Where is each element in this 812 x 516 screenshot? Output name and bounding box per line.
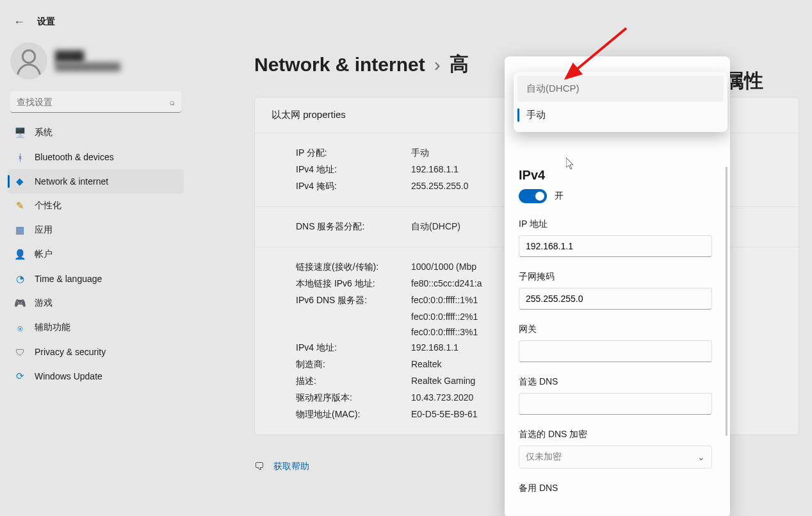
sidebar-item-label: Network & internet (35, 176, 108, 187)
subnet-input[interactable] (519, 288, 712, 310)
nav-icon: 🛡 (14, 346, 26, 358)
sidebar-item-8[interactable]: ⍟辅助功能 (8, 315, 184, 340)
dns-label: 首选 DNS (519, 376, 719, 388)
property-label: 物理地址(MAC): (296, 409, 411, 420)
property-label: 描述: (296, 376, 411, 387)
property-label (296, 327, 411, 337)
sidebar-item-label: 帐户 (35, 249, 53, 260)
property-value: 10.43.723.2020 (411, 392, 473, 404)
sidebar: ████ ████████████ ⌕ 🖥️系统ᚼBluetooth & dev… (8, 38, 203, 483)
chevron-down-icon: ⌄ (697, 452, 705, 462)
property-label: IP 分配: (296, 147, 411, 159)
profile-email: ████████████ (55, 62, 120, 71)
gateway-label: 网关 (519, 324, 719, 335)
toggle-label: 开 (555, 190, 564, 202)
sidebar-item-7[interactable]: 🎮游戏 (8, 291, 184, 315)
ipv4-heading: IPv4 (519, 168, 719, 183)
property-label: IPv6 DNS 服务器: (296, 295, 411, 306)
back-arrow-icon: ← (13, 15, 25, 29)
sidebar-item-label: 游戏 (35, 297, 53, 309)
sidebar-item-3[interactable]: ✎个性化 (8, 194, 184, 218)
property-value: Realtek (411, 359, 441, 370)
property-label: IPv4 地址: (296, 164, 411, 176)
property-label: DNS 服务器分配: (296, 221, 411, 233)
property-label: 本地链接 IPv6 地址: (296, 278, 411, 290)
nav-icon: ⍟ (14, 322, 26, 333)
property-value: fec0:0:0:ffff::1%1 (411, 295, 478, 306)
nav-icon: ✎ (14, 200, 26, 212)
dns-encryption-value: 仅未加密 (526, 451, 562, 463)
sidebar-item-10[interactable]: ⟳Windows Update (8, 364, 184, 388)
property-value: E0-D5-5E-B9-61 (411, 409, 478, 420)
nav-icon: ⟳ (14, 370, 26, 382)
nav-icon: 🎮 (14, 297, 26, 309)
property-label: IPv4 地址: (296, 342, 411, 354)
dropdown-option-auto[interactable]: 自动(DHCP) (517, 76, 724, 102)
alt-dns-label: 备用 DNS (519, 483, 719, 494)
sidebar-item-2[interactable]: ◆Network & internet (8, 169, 184, 194)
back-button[interactable]: ← (8, 10, 31, 33)
nav-icon: 🖥️ (14, 127, 26, 138)
sidebar-item-label: 辅助功能 (35, 322, 70, 333)
property-value: 手动 (411, 147, 429, 159)
dns-input[interactable] (519, 393, 712, 415)
profile-card[interactable]: ████ ████████████ (8, 38, 184, 91)
property-label: 链接速度(接收/传输): (296, 262, 411, 273)
dropdown-option-manual[interactable]: 手动 (517, 102, 724, 128)
chevron-right-icon: › (434, 54, 441, 76)
sidebar-item-label: 应用 (35, 224, 53, 236)
breadcrumb-parent[interactable]: Network & internet (254, 54, 425, 76)
sidebar-item-1[interactable]: ᚼBluetooth & devices (8, 145, 184, 169)
avatar (10, 42, 47, 79)
subnet-label: 子网掩码 (519, 271, 719, 283)
property-label: IPv4 掩码: (296, 181, 411, 192)
property-value: fec0:0:0:ffff::3%1 (411, 327, 478, 337)
dns-encryption-select[interactable]: 仅未加密 ⌄ (519, 445, 712, 469)
nav-icon: ◆ (14, 176, 26, 187)
sidebar-item-label: 系统 (35, 127, 53, 138)
property-value: Realtek Gaming (411, 376, 475, 387)
search-icon: ⌕ (170, 97, 175, 107)
property-label: 制造商: (296, 359, 411, 370)
ip-settings-panel: 自动(DHCP) 手动 IPv4 开 IP 地址 子网掩码 网关 首选 DNS … (505, 56, 730, 516)
property-label (296, 312, 411, 322)
sidebar-item-5[interactable]: 👤帐户 (8, 242, 184, 267)
nav-list: 🖥️系统ᚼBluetooth & devices◆Network & inter… (8, 121, 184, 388)
search-input[interactable] (10, 91, 181, 113)
dns-encryption-label: 首选的 DNS 加密 (519, 429, 719, 440)
profile-name: ████ (55, 51, 120, 62)
app-title: 设置 (37, 16, 55, 28)
sidebar-item-label: 个性化 (35, 200, 61, 212)
nav-icon: 👤 (14, 249, 26, 260)
sidebar-item-6[interactable]: ◔Time & language (8, 267, 184, 291)
ip-address-input[interactable] (519, 235, 712, 257)
sidebar-item-label: Time & language (35, 274, 102, 284)
property-value: fec0:0:0:ffff::2%1 (411, 312, 478, 322)
sidebar-item-label: Privacy & security (35, 347, 106, 357)
gateway-input[interactable] (519, 340, 712, 362)
help-icon: 🗨 (254, 461, 264, 472)
ip-address-label: IP 地址 (519, 219, 719, 230)
sidebar-item-9[interactable]: 🛡Privacy & security (8, 340, 184, 364)
property-value: 192.168.1.1 (411, 164, 459, 176)
property-label: 驱动程序版本: (296, 392, 411, 404)
nav-icon: ◔ (14, 273, 26, 285)
sidebar-item-0[interactable]: 🖥️系统 (8, 121, 184, 145)
help-label: 获取帮助 (273, 461, 309, 472)
property-value: 自动(DHCP) (411, 221, 460, 233)
nav-icon: ▦ (14, 224, 26, 236)
ip-assignment-dropdown[interactable]: 自动(DHCP) 手动 (514, 72, 727, 132)
panel-scrollbar[interactable] (726, 167, 727, 436)
property-value: 255.255.255.0 (411, 181, 469, 192)
breadcrumb-tail: 属性 (725, 68, 763, 94)
sidebar-item-label: Bluetooth & devices (35, 152, 114, 162)
svg-point-0 (22, 51, 35, 63)
breadcrumb-current: 高 (450, 51, 469, 78)
property-value: fe80::c5cc:d241:a (411, 278, 482, 290)
property-value: 192.168.1.1 (411, 342, 459, 354)
ipv4-toggle[interactable] (519, 189, 547, 203)
sidebar-item-4[interactable]: ▦应用 (8, 218, 184, 242)
nav-icon: ᚼ (14, 151, 26, 163)
sidebar-item-label: Windows Update (35, 371, 102, 381)
property-value: 1000/1000 (Mbp (411, 262, 476, 273)
